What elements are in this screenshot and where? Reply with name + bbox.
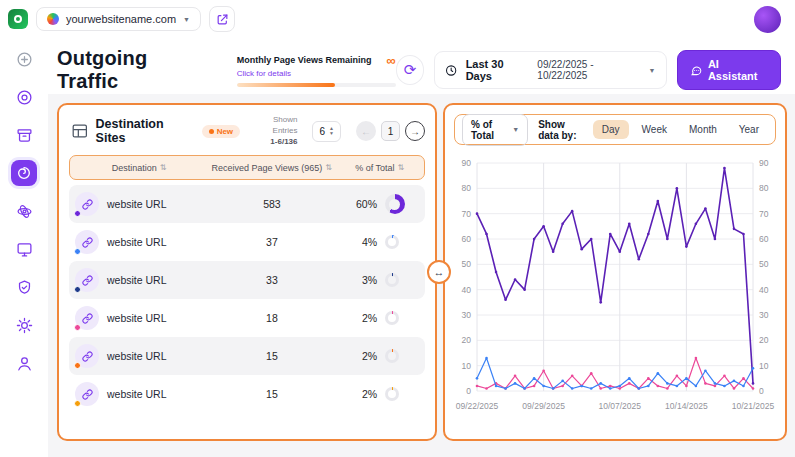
destination-label: website URL	[107, 274, 167, 286]
percent-value: 3%	[362, 274, 377, 286]
column-received-page-views[interactable]: Received Page Views (965)⇅	[208, 163, 335, 173]
granularity-month[interactable]: Month	[680, 120, 726, 139]
monitor-icon	[16, 241, 33, 258]
line-chart: 0010102020303040405050606070708080909009…	[447, 151, 783, 427]
svg-text:0: 0	[466, 386, 471, 396]
sidebar-item-add[interactable]	[11, 46, 37, 72]
link-icon	[82, 237, 93, 248]
row-color-dot	[74, 324, 81, 331]
svg-text:60: 60	[759, 234, 769, 244]
date-range-picker[interactable]: Last 30 Days 09/22/2025 - 10/22/2025 ▼	[434, 51, 666, 89]
page-views-value: 18	[208, 312, 336, 324]
chevron-down-icon: ▼	[649, 67, 656, 74]
sidebar-item-account[interactable]	[11, 350, 37, 376]
shown-entries: Shown Entries 1-6/136	[247, 115, 297, 147]
column-destination[interactable]: Destination⇅	[70, 163, 208, 173]
sidebar-item-outgoing-traffic[interactable]	[11, 160, 37, 186]
percent-value: 4%	[362, 236, 377, 248]
table-row[interactable]: website URL 15 2%	[69, 337, 425, 375]
updown-chevrons-icon: ▲▼	[329, 126, 334, 137]
quota-progress-fill	[237, 83, 335, 87]
ai-assistant-button[interactable]: AI Assistant	[677, 50, 781, 90]
new-badge: New	[202, 125, 240, 138]
table-header-row: Destination⇅ Received Page Views (965)⇅ …	[69, 155, 425, 180]
svg-text:30: 30	[462, 310, 472, 320]
row-color-dot	[74, 400, 81, 407]
link-icon	[82, 199, 93, 210]
chevron-down-icon: ▼	[512, 126, 519, 133]
percent-value: 2%	[362, 388, 377, 400]
chevron-down-icon: ▼	[183, 16, 190, 23]
site-selector[interactable]: yourwebsitename.com ▼	[36, 7, 201, 31]
destination-label: website URL	[107, 388, 167, 400]
destination-label: website URL	[107, 312, 167, 324]
percent-donut	[385, 273, 399, 287]
archive-icon	[16, 127, 33, 144]
svg-text:30: 30	[759, 310, 769, 320]
link-icon-wrap	[75, 230, 99, 254]
spiral-icon	[16, 165, 32, 181]
refresh-button[interactable]: ⟳	[396, 55, 425, 85]
percent-value: 2%	[362, 350, 377, 362]
pagination: ← 1 →	[356, 121, 425, 141]
period-label: Last 30 Days	[466, 58, 530, 82]
quota-details-link[interactable]: Click for details	[237, 69, 396, 78]
table-row[interactable]: website URL 15 2%	[69, 375, 425, 413]
link-icon	[82, 275, 93, 286]
svg-text:90: 90	[462, 158, 472, 168]
granularity-day[interactable]: Day	[593, 120, 629, 139]
granularity-year[interactable]: Year	[730, 120, 768, 139]
page-title: Outgoing Traffic	[57, 47, 209, 93]
chart-area: 0010102020303040405050606070708080909009…	[445, 149, 785, 431]
sidebar-item-integrations[interactable]	[11, 198, 37, 224]
svg-text:09/29/2025: 09/29/2025	[522, 401, 565, 411]
sidebar-item-dashboard[interactable]	[11, 84, 37, 110]
sidebar-item-security[interactable]	[11, 274, 37, 300]
chart-controls: % of Total ▼ Show data by: Day Week Mont…	[454, 114, 776, 145]
expand-panels-button[interactable]: ↔	[427, 260, 451, 284]
table-row[interactable]: website URL 33 3%	[69, 261, 425, 299]
svg-text:10: 10	[759, 361, 769, 371]
open-site-button[interactable]	[209, 6, 235, 32]
metric-select[interactable]: % of Total ▼	[462, 114, 528, 146]
link-icon	[82, 351, 93, 362]
table-row[interactable]: website URL 37 4%	[69, 223, 425, 261]
svg-text:40: 40	[462, 285, 472, 295]
user-avatar[interactable]	[754, 6, 781, 33]
page-views-value: 37	[208, 236, 336, 248]
link-icon-wrap	[75, 344, 99, 368]
svg-text:10: 10	[462, 361, 472, 371]
current-page[interactable]: 1	[381, 121, 400, 141]
page-views-value: 15	[208, 388, 336, 400]
infinity-icon: ∞	[386, 54, 395, 67]
next-page-button[interactable]: →	[405, 121, 425, 141]
svg-text:20: 20	[462, 335, 472, 345]
clock-icon	[445, 64, 457, 77]
chat-icon	[690, 64, 702, 77]
column-percent-of-total[interactable]: % of Total⇅	[335, 163, 424, 173]
table-row[interactable]: website URL 18 2%	[69, 299, 425, 337]
destination-label: website URL	[107, 198, 167, 210]
sidebar-item-archive[interactable]	[11, 122, 37, 148]
row-color-dot	[74, 210, 81, 217]
page-size-select[interactable]: 6 ▲▼	[312, 121, 341, 142]
percent-donut	[385, 387, 399, 401]
table-row[interactable]: website URL 583 60%	[69, 185, 425, 223]
granularity-segments: Day Week Month Year	[593, 120, 768, 139]
sidebar-item-sessions[interactable]	[11, 236, 37, 262]
link-icon	[82, 389, 93, 400]
svg-text:90: 90	[759, 158, 769, 168]
sidebar-item-settings[interactable]	[11, 312, 37, 338]
granularity-week[interactable]: Week	[633, 120, 676, 139]
disc-icon	[16, 89, 33, 106]
link-icon-wrap	[75, 382, 99, 406]
sidebar	[0, 38, 48, 457]
svg-text:50: 50	[759, 259, 769, 269]
prev-page-button[interactable]: ←	[356, 121, 376, 141]
sort-icon: ⇅	[398, 163, 405, 172]
svg-text:10/21/2025: 10/21/2025	[732, 401, 775, 411]
site-domain: yourwebsitename.com	[66, 13, 176, 25]
percent-value: 2%	[362, 312, 377, 324]
ai-assistant-label: AI Assistant	[708, 58, 768, 82]
svg-text:70: 70	[759, 209, 769, 219]
